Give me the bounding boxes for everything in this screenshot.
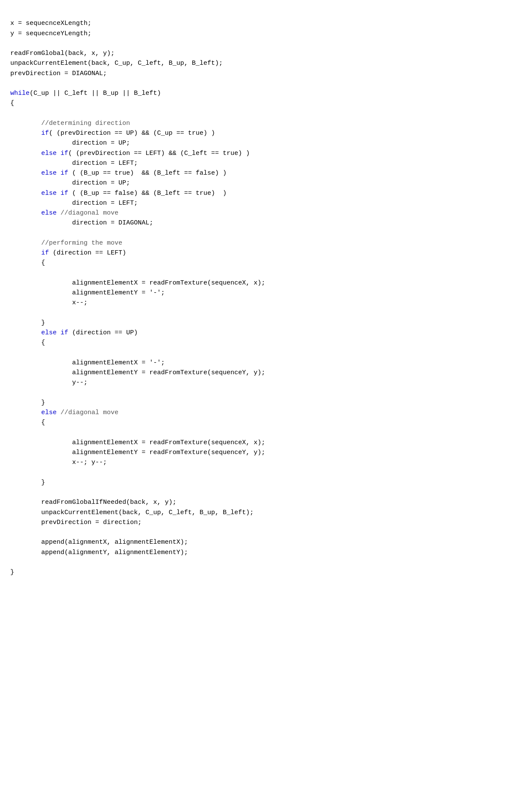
line-align-y-dash-1: alignmentElementY = '-'; [10, 289, 165, 297]
line-open-brace-2: { [10, 259, 45, 267]
line-else-if-2: else if ( (B_up == true) && (B_left == f… [10, 170, 227, 177]
line-dir-up-2: direction = UP; [10, 179, 130, 187]
line-append-x: append(alignmentX, alignmentElementX); [10, 539, 188, 546]
line-dir-left-1: direction = LEFT; [10, 160, 138, 167]
line-else-diagonal: else //diagonal move [10, 209, 118, 217]
line-close-brace-2: } [10, 319, 45, 327]
code-display: x = sequecnceXLength; y = sequecnceYLeng… [10, 9, 505, 577]
line-xy-decrement: x--; y--; [10, 459, 107, 466]
line-else-if-3: else if ( (B_up == false) && (B_left == … [10, 190, 227, 197]
line-unpack: unpackCurrentElement(back, C_up, C_left,… [10, 60, 223, 67]
line-close-brace-3: } [10, 399, 45, 406]
line-else-if-up: else if (direction == UP) [10, 329, 138, 336]
line-dir-up-1: direction = UP; [10, 139, 130, 147]
line-else-diagonal-2: else //diagonal move [10, 409, 118, 416]
line-unpack-2: unpackCurrentElement(back, C_up, C_left,… [10, 509, 254, 516]
line-append-y: append(alignmentY, alignmentElementY); [10, 549, 188, 556]
line-if-left: if (direction == LEFT) [10, 249, 126, 257]
line-read-global: readFromGlobal(back, x, y); [10, 50, 115, 57]
line-align-x-dash: alignmentElementX = '-'; [10, 359, 165, 367]
line-align-x-diag: alignmentElementX = readFromTexture(sequ… [10, 439, 265, 446]
line-align-y-diag: alignmentElementY = readFromTexture(sequ… [10, 449, 265, 456]
line-x-decrement: x--; [10, 299, 88, 306]
line-read-global-if-needed: readFromGlobalIfNeeded(back, x, y); [10, 499, 176, 506]
line-dir-left-2: direction = LEFT; [10, 200, 138, 207]
line-comment-move: //performing the move [10, 239, 122, 247]
line-prev-direction: prevDirection = DIAGONAL; [10, 70, 107, 77]
line-close-brace-1: } [10, 569, 14, 576]
line-y-assign: y = sequecnceYLength; [10, 30, 91, 37]
line-if-1: if( (prevDirection == UP) && (C_up == tr… [10, 130, 215, 137]
line-open-brace-3: { [10, 339, 45, 346]
line-open-brace-1: { [10, 100, 14, 107]
line-prev-dir-2: prevDirection = direction; [10, 519, 142, 526]
line-open-brace-4: { [10, 419, 45, 426]
line-comment-direction: //determining direction [10, 120, 130, 127]
line-align-x-left: alignmentElementX = readFromTexture(sequ… [10, 279, 265, 287]
line-else-if-1: else if( (prevDirection == LEFT) && (C_l… [10, 150, 250, 157]
line-align-y-up: alignmentElementY = readFromTexture(sequ… [10, 369, 265, 376]
line-while: while(C_up || C_left || B_up || B_left) [10, 90, 161, 97]
line-close-brace-4: } [10, 479, 45, 486]
line-y-decrement: y--; [10, 379, 88, 386]
line-x-assign: x = sequecnceXLength; [10, 20, 91, 27]
line-dir-diagonal: direction = DIAGONAL; [10, 219, 153, 227]
